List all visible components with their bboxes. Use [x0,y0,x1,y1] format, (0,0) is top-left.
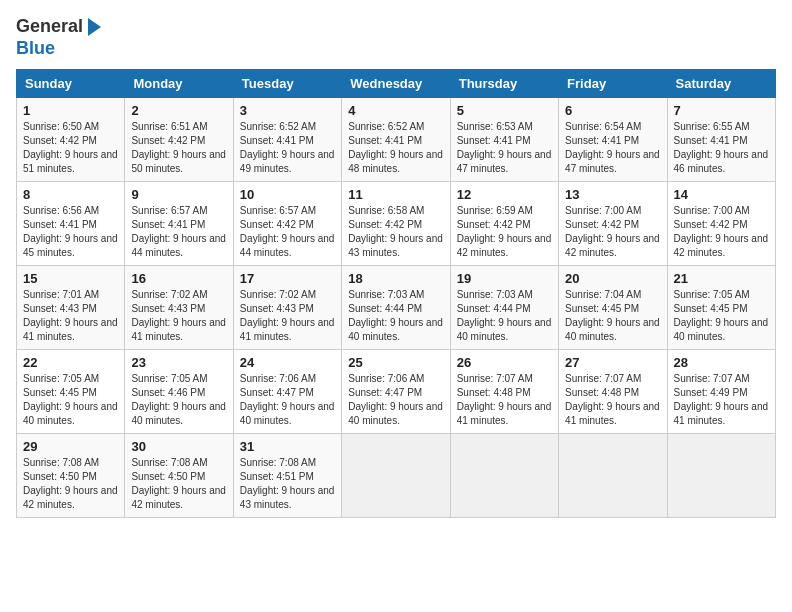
sunrise-label: Sunrise: 6:57 AM [131,205,207,216]
sunset-label: Sunset: 4:41 PM [565,135,639,146]
day-number: 22 [23,355,118,370]
daylight-label: Daylight: 9 hours and 41 minutes. [457,401,552,426]
day-info: Sunrise: 6:59 AM Sunset: 4:42 PM Dayligh… [457,204,552,260]
calendar-day-cell: 14 Sunrise: 7:00 AM Sunset: 4:42 PM Dayl… [667,182,775,266]
daylight-label: Daylight: 9 hours and 44 minutes. [240,233,335,258]
calendar-day-cell: 19 Sunrise: 7:03 AM Sunset: 4:44 PM Dayl… [450,266,558,350]
sunset-label: Sunset: 4:41 PM [348,135,422,146]
calendar-day-cell: 26 Sunrise: 7:07 AM Sunset: 4:48 PM Dayl… [450,350,558,434]
calendar-day-cell: 11 Sunrise: 6:58 AM Sunset: 4:42 PM Dayl… [342,182,450,266]
sunrise-label: Sunrise: 6:52 AM [348,121,424,132]
calendar-day-cell: 13 Sunrise: 7:00 AM Sunset: 4:42 PM Dayl… [559,182,667,266]
daylight-label: Daylight: 9 hours and 48 minutes. [348,149,443,174]
day-number: 9 [131,187,226,202]
calendar-day-cell [667,434,775,518]
sunset-label: Sunset: 4:45 PM [674,303,748,314]
day-info: Sunrise: 7:00 AM Sunset: 4:42 PM Dayligh… [674,204,769,260]
sunrise-label: Sunrise: 7:05 AM [23,373,99,384]
calendar-day-cell [342,434,450,518]
day-number: 17 [240,271,335,286]
calendar-day-cell: 8 Sunrise: 6:56 AM Sunset: 4:41 PM Dayli… [17,182,125,266]
sunset-label: Sunset: 4:47 PM [240,387,314,398]
sunset-label: Sunset: 4:42 PM [23,135,97,146]
day-number: 29 [23,439,118,454]
calendar-day-cell: 21 Sunrise: 7:05 AM Sunset: 4:45 PM Dayl… [667,266,775,350]
calendar-table: SundayMondayTuesdayWednesdayThursdayFrid… [16,69,776,518]
day-info: Sunrise: 7:02 AM Sunset: 4:43 PM Dayligh… [131,288,226,344]
calendar-day-cell: 12 Sunrise: 6:59 AM Sunset: 4:42 PM Dayl… [450,182,558,266]
sunset-label: Sunset: 4:45 PM [565,303,639,314]
calendar-day-cell: 25 Sunrise: 7:06 AM Sunset: 4:47 PM Dayl… [342,350,450,434]
day-info: Sunrise: 7:08 AM Sunset: 4:50 PM Dayligh… [131,456,226,512]
day-number: 7 [674,103,769,118]
calendar-day-cell: 9 Sunrise: 6:57 AM Sunset: 4:41 PM Dayli… [125,182,233,266]
daylight-label: Daylight: 9 hours and 43 minutes. [240,485,335,510]
calendar-week-row: 8 Sunrise: 6:56 AM Sunset: 4:41 PM Dayli… [17,182,776,266]
sunset-label: Sunset: 4:45 PM [23,387,97,398]
calendar-day-cell: 16 Sunrise: 7:02 AM Sunset: 4:43 PM Dayl… [125,266,233,350]
daylight-label: Daylight: 9 hours and 51 minutes. [23,149,118,174]
day-info: Sunrise: 6:56 AM Sunset: 4:41 PM Dayligh… [23,204,118,260]
calendar-day-cell: 27 Sunrise: 7:07 AM Sunset: 4:48 PM Dayl… [559,350,667,434]
sunrise-label: Sunrise: 7:03 AM [457,289,533,300]
day-number: 27 [565,355,660,370]
day-number: 8 [23,187,118,202]
sunrise-label: Sunrise: 7:07 AM [674,373,750,384]
daylight-label: Daylight: 9 hours and 41 minutes. [131,317,226,342]
day-number: 23 [131,355,226,370]
daylight-label: Daylight: 9 hours and 40 minutes. [457,317,552,342]
sunset-label: Sunset: 4:41 PM [131,219,205,230]
sunrise-label: Sunrise: 7:06 AM [348,373,424,384]
sunset-label: Sunset: 4:42 PM [240,219,314,230]
sunset-label: Sunset: 4:41 PM [240,135,314,146]
day-info: Sunrise: 6:57 AM Sunset: 4:41 PM Dayligh… [131,204,226,260]
calendar-day-cell: 4 Sunrise: 6:52 AM Sunset: 4:41 PM Dayli… [342,98,450,182]
sunrise-label: Sunrise: 6:54 AM [565,121,641,132]
daylight-label: Daylight: 9 hours and 40 minutes. [565,317,660,342]
sunrise-label: Sunrise: 7:03 AM [348,289,424,300]
sunset-label: Sunset: 4:41 PM [457,135,531,146]
day-info: Sunrise: 7:07 AM Sunset: 4:48 PM Dayligh… [457,372,552,428]
logo-arrow-icon [88,18,101,36]
calendar-day-cell: 1 Sunrise: 6:50 AM Sunset: 4:42 PM Dayli… [17,98,125,182]
calendar-day-cell: 17 Sunrise: 7:02 AM Sunset: 4:43 PM Dayl… [233,266,341,350]
weekday-header-row: SundayMondayTuesdayWednesdayThursdayFrid… [17,70,776,98]
daylight-label: Daylight: 9 hours and 40 minutes. [348,317,443,342]
daylight-label: Daylight: 9 hours and 42 minutes. [23,485,118,510]
daylight-label: Daylight: 9 hours and 42 minutes. [565,233,660,258]
sunset-label: Sunset: 4:47 PM [348,387,422,398]
daylight-label: Daylight: 9 hours and 50 minutes. [131,149,226,174]
daylight-label: Daylight: 9 hours and 42 minutes. [674,233,769,258]
day-info: Sunrise: 6:55 AM Sunset: 4:41 PM Dayligh… [674,120,769,176]
day-info: Sunrise: 7:08 AM Sunset: 4:50 PM Dayligh… [23,456,118,512]
sunrise-label: Sunrise: 7:05 AM [131,373,207,384]
day-number: 13 [565,187,660,202]
sunrise-label: Sunrise: 7:04 AM [565,289,641,300]
day-number: 25 [348,355,443,370]
sunset-label: Sunset: 4:43 PM [23,303,97,314]
day-info: Sunrise: 7:00 AM Sunset: 4:42 PM Dayligh… [565,204,660,260]
calendar-day-cell [559,434,667,518]
day-info: Sunrise: 7:06 AM Sunset: 4:47 PM Dayligh… [240,372,335,428]
sunset-label: Sunset: 4:42 PM [457,219,531,230]
day-number: 6 [565,103,660,118]
weekday-header-saturday: Saturday [667,70,775,98]
sunset-label: Sunset: 4:46 PM [131,387,205,398]
daylight-label: Daylight: 9 hours and 46 minutes. [674,149,769,174]
sunset-label: Sunset: 4:43 PM [240,303,314,314]
day-info: Sunrise: 7:03 AM Sunset: 4:44 PM Dayligh… [348,288,443,344]
sunset-label: Sunset: 4:42 PM [131,135,205,146]
calendar-day-cell: 22 Sunrise: 7:05 AM Sunset: 4:45 PM Dayl… [17,350,125,434]
page-header: General Blue [16,16,776,59]
day-number: 30 [131,439,226,454]
day-info: Sunrise: 7:06 AM Sunset: 4:47 PM Dayligh… [348,372,443,428]
day-number: 12 [457,187,552,202]
daylight-label: Daylight: 9 hours and 40 minutes. [348,401,443,426]
day-info: Sunrise: 6:54 AM Sunset: 4:41 PM Dayligh… [565,120,660,176]
day-info: Sunrise: 7:05 AM Sunset: 4:45 PM Dayligh… [674,288,769,344]
weekday-header-thursday: Thursday [450,70,558,98]
sunrise-label: Sunrise: 7:02 AM [131,289,207,300]
sunrise-label: Sunrise: 7:00 AM [674,205,750,216]
calendar-week-row: 15 Sunrise: 7:01 AM Sunset: 4:43 PM Dayl… [17,266,776,350]
day-info: Sunrise: 6:53 AM Sunset: 4:41 PM Dayligh… [457,120,552,176]
